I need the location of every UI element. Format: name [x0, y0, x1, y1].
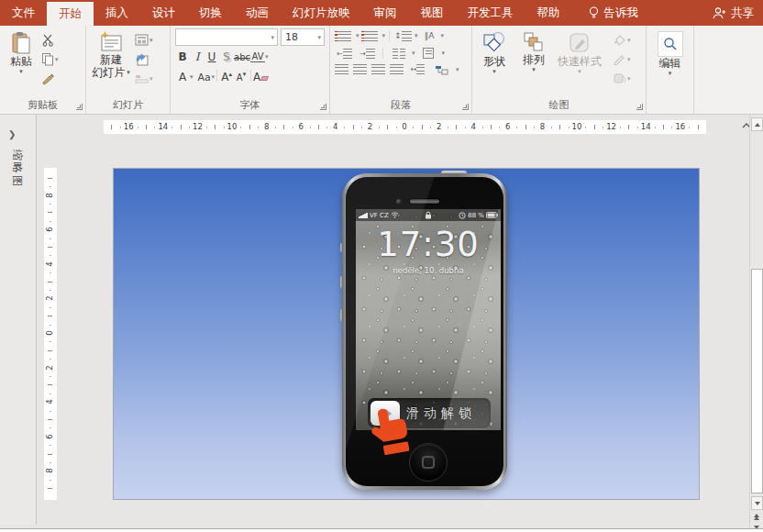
shapes-icon [482, 31, 506, 55]
pencil-icon [613, 53, 626, 65]
group-paragraph: ▾ ▾ ↕▾ ∥A▾ ← → ▾ ▾ [330, 26, 472, 114]
increase-indent-button[interactable]: → [358, 48, 377, 60]
bold-button[interactable]: B [175, 50, 190, 63]
text-shadow-button[interactable]: S [219, 50, 234, 63]
tell-me[interactable]: 告诉我 [589, 0, 639, 26]
align-justify-button[interactable] [390, 64, 404, 74]
new-slide-label-2: 幻灯片 [92, 66, 125, 79]
paragraph-group-label: 段落 [330, 98, 471, 114]
effects-icon [613, 72, 626, 84]
brush-icon [41, 72, 55, 85]
columns-button[interactable] [389, 48, 408, 60]
decrease-indent-button[interactable]: ← [335, 48, 354, 60]
editing-button[interactable]: 编辑 ▾ [650, 29, 691, 95]
smartart-button[interactable] [432, 63, 451, 75]
powerpoint-window: 文件开始插入设计切换动画幻灯片放映审阅视图开发工具帮助 告诉我 共享 粘贴 ▾ [0, 0, 763, 532]
statusbar-edge [0, 528, 763, 532]
new-slide-button[interactable]: 新建 幻灯片▾ [89, 29, 133, 95]
layout-button[interactable]: ▾ [135, 32, 153, 48]
grow-font-button[interactable]: A▴ [219, 71, 234, 83]
tab-切换[interactable]: 切换 [187, 0, 234, 26]
tab-幻灯片放映[interactable]: 幻灯片放映 [281, 0, 362, 26]
scroll-down-button[interactable] [751, 496, 763, 510]
paragraph-dialog-launcher[interactable] [462, 104, 469, 110]
clipboard-dialog-launcher[interactable] [76, 104, 83, 110]
arrange-label: 排列 [523, 53, 545, 66]
distribute-button[interactable]: ↔ [408, 63, 427, 75]
tab-帮助[interactable]: 帮助 [525, 0, 572, 26]
h-ruler-number: 0 [402, 122, 406, 131]
font-size-value: 18 [285, 31, 298, 43]
align-right-button[interactable] [371, 64, 385, 74]
new-slide-icon [99, 31, 123, 53]
char-spacing-caret[interactable]: ▾ [265, 53, 269, 61]
scroll-up-button[interactable] [751, 117, 763, 131]
numbering-button[interactable] [361, 30, 381, 42]
underline-button[interactable]: U [205, 50, 219, 63]
previous-slide-button[interactable] [754, 514, 759, 520]
scrollbar-thumb[interactable] [751, 269, 763, 493]
copy-button[interactable]: ▾ [41, 51, 59, 67]
paste-label: 粘贴 [10, 55, 32, 68]
change-case-button[interactable]: Aa [197, 72, 212, 83]
clear-formatting-button[interactable]: A [253, 71, 268, 83]
v-ruler-number: 6 [45, 227, 54, 231]
shape-outline-button[interactable]: ▾ [613, 51, 631, 67]
new-slide-label-1: 新建 [100, 53, 122, 66]
thumbnail-pane-collapsed[interactable]: ❯ 缩略图 [0, 115, 37, 525]
tab-视图[interactable]: 视图 [409, 0, 456, 26]
font-size-combo[interactable]: 18▾ [281, 28, 325, 46]
italic-button[interactable]: I [190, 50, 205, 63]
cut-button[interactable] [41, 32, 59, 48]
vertical-scrollbar [749, 115, 763, 532]
font-color-button[interactable]: A [175, 71, 190, 83]
align-left-button[interactable] [335, 64, 348, 74]
lightbulb-icon [589, 6, 599, 20]
ribbon: 粘贴 ▾ ▾ 剪贴板 [0, 26, 763, 115]
iphone-image: VF CZ 88 % 17:30 neděle, 10. dubna [342, 173, 507, 490]
h-ruler-number: 14 [158, 122, 168, 131]
quick-styles-label: 快速样式 [558, 55, 602, 68]
group-clipboard: 粘贴 ▾ ▾ 剪贴板 [0, 26, 86, 114]
shape-effects-button[interactable]: ▾ [613, 71, 631, 86]
tab-开始[interactable]: 开始 [47, 2, 94, 26]
tab-开发工具[interactable]: 开发工具 [456, 0, 525, 26]
align-center-button[interactable] [353, 64, 367, 74]
shrink-font-button[interactable]: A▾ [234, 71, 249, 83]
reset-icon [135, 53, 149, 66]
tab-设计[interactable]: 设计 [140, 0, 187, 26]
strikethrough-button[interactable]: abc [234, 52, 250, 62]
tab-动画[interactable]: 动画 [234, 0, 281, 26]
tell-me-label: 告诉我 [604, 6, 639, 21]
align-text-button[interactable] [419, 48, 438, 60]
fill-bucket-icon [613, 34, 626, 46]
quick-styles-button[interactable]: 快速样式 ▾ [554, 29, 605, 95]
shape-fill-button[interactable]: ▾ [613, 32, 631, 48]
h-ruler-number: 12 [606, 122, 616, 131]
section-button[interactable]: ▾ [135, 71, 153, 86]
font-dialog-launcher[interactable] [320, 104, 326, 110]
ruler-vertical: 864202468 [44, 168, 57, 500]
arrange-button[interactable]: 排列 ▾ [515, 29, 552, 95]
h-ruler-number: 12 [193, 122, 203, 131]
front-camera [396, 199, 402, 205]
reset-button[interactable] [135, 51, 153, 67]
line-spacing-button[interactable]: ↕ [393, 30, 413, 42]
bullets-button[interactable] [335, 30, 354, 42]
drawing-dialog-launcher[interactable] [636, 104, 643, 110]
format-painter-button[interactable] [41, 71, 59, 86]
char-spacing-button[interactable]: AV [250, 51, 265, 62]
paste-button[interactable]: 粘贴 ▾ [3, 29, 39, 95]
slide-canvas[interactable]: VF CZ 88 % 17:30 neděle, 10. dubna [113, 168, 700, 500]
text-direction-button[interactable]: ∥A [420, 30, 439, 42]
tab-审阅[interactable]: 审阅 [362, 0, 409, 26]
earpiece-speaker [409, 198, 440, 205]
share-button[interactable]: 共享 [713, 0, 754, 26]
font-name-combo[interactable]: ▾ [175, 28, 278, 46]
scissors-icon [41, 33, 55, 47]
tab-插入[interactable]: 插入 [94, 0, 140, 26]
expand-pane-chevron-icon[interactable]: ❯ [8, 129, 16, 139]
tab-文件[interactable]: 文件 [0, 0, 47, 26]
shapes-button[interactable]: 形状 ▾ [475, 29, 514, 95]
phone-statusbar: VF CZ 88 % [356, 209, 501, 221]
